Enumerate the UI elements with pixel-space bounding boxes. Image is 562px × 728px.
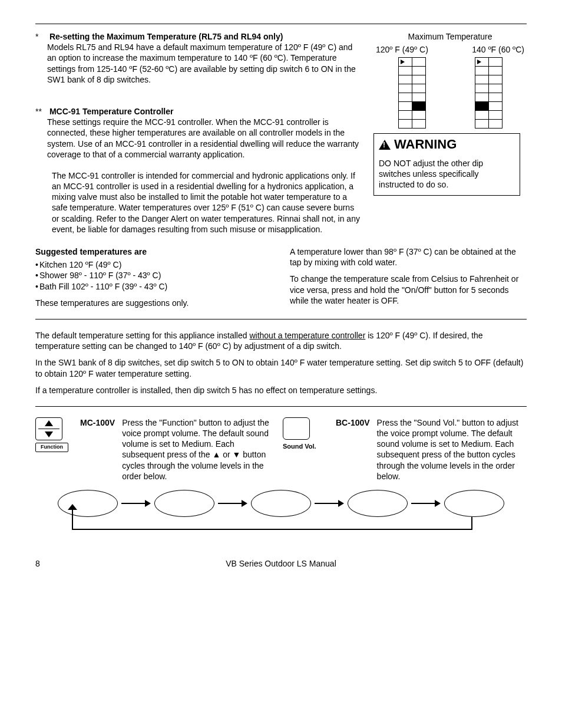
default-temp-p3: If a temperature controller is installed… <box>35 385 527 396</box>
warning-triangle-icon <box>379 140 391 150</box>
dip-title: Maximum Temperature <box>373 31 527 42</box>
loop-back-arrow <box>49 517 513 541</box>
mc100v-desc: Press the "Function" button to adjust th… <box>122 417 271 482</box>
suggested-note: These temperatures are suggestions only. <box>35 298 272 308</box>
marker-star: * <box>35 31 47 42</box>
suggested-title: Suggested temperatures are <box>35 247 147 256</box>
marker-dstar: ** <box>35 106 47 117</box>
function-buttons-icon <box>35 417 62 440</box>
list-item: Kitchen 120 ºF (49º C) <box>35 259 272 270</box>
suggested-list: Kitchen 120 ºF (49º C) Shower 98º - 110º… <box>35 259 272 292</box>
warning-heading: WARNING <box>394 136 457 153</box>
suggested-right-p2: To change the temperature scale from Cel… <box>290 274 527 306</box>
mc100v-name: MC-100V <box>80 417 115 482</box>
mcc91-title: MCC-91 Temperature Controller <box>49 107 174 116</box>
dip-right-label: 140 ºF (60 ºC) <box>472 44 524 55</box>
suggested-right-p1: A temperature lower than 98º F (37º C) c… <box>290 246 527 268</box>
list-item: Bath Fill 102º - 110º F (39º - 43º C) <box>35 281 272 292</box>
function-button-label: Function <box>35 443 68 452</box>
mcc91-body2: The MCC-91 controller is intended for co… <box>52 170 362 235</box>
triangle-down-icon <box>45 431 53 437</box>
warning-box: WARNING DO NOT adjust the other dip swit… <box>373 133 520 195</box>
dip-switch-diagram <box>373 57 527 129</box>
sound-vol-label: Sound Vol. <box>283 442 324 450</box>
volume-cycle-diagram <box>35 490 527 517</box>
bc100v-name: BC-100V <box>336 417 370 482</box>
sound-vol-button-icon <box>283 417 310 440</box>
triangle-up-icon <box>45 420 53 426</box>
page-number: 8 <box>35 558 53 569</box>
resetting-body: Models RL75 and RL94 have a default maxi… <box>47 42 362 85</box>
default-temp-p1: The default temperature setting for this… <box>35 330 527 351</box>
mcc91-body1: These settings require the MCC-91 contro… <box>47 117 362 160</box>
resetting-title: Re-setting the Maximum Temperature (RL75… <box>49 32 283 41</box>
footer-title: VB Series Outdoor LS Manual <box>53 558 509 569</box>
warning-body: DO NOT adjust the other dip switches unl… <box>374 156 520 195</box>
bc100v-desc: Press the "Sound Vol." button to adjust … <box>377 417 527 482</box>
dip-left-label: 120º F (49º C) <box>376 44 428 55</box>
default-temp-p2: In the SW1 bank of 8 dip switches, set d… <box>35 357 527 378</box>
list-item: Shower 98º - 110º F (37º - 43º C) <box>35 270 272 281</box>
